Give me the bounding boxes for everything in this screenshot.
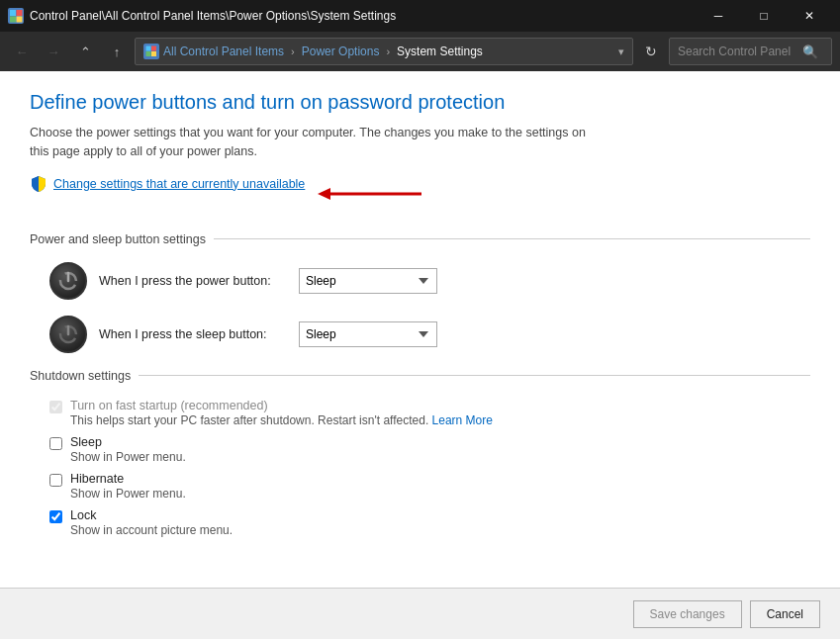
shutdown-section-header: Shutdown settings	[30, 369, 810, 383]
power-button-row: When I press the power button: Sleep Hib…	[30, 262, 810, 300]
cancel-button[interactable]: Cancel	[750, 600, 820, 628]
up-button[interactable]: ↑	[103, 38, 131, 65]
refresh-button[interactable]: ↻	[637, 38, 665, 65]
search-input[interactable]	[678, 45, 796, 58]
up-small-button[interactable]: ⌃	[71, 38, 99, 65]
titlebar-left: Control Panel\All Control Panel Items\Po…	[8, 8, 396, 24]
maximize-button[interactable]: □	[741, 0, 787, 32]
address-bar[interactable]: All Control Panel Items › Power Options …	[135, 38, 633, 65]
hibernate-checkbox-sublabel: Show in Power menu.	[70, 487, 186, 501]
sleep-checkbox-label: Sleep	[70, 435, 186, 449]
svg-rect-1	[17, 10, 23, 16]
fast-startup-sublabel: This helps start your PC faster after sh…	[70, 413, 493, 427]
hibernate-row: Hibernate Show in Power menu.	[30, 472, 810, 501]
red-arrow	[313, 180, 431, 208]
sleep-checkbox-sublabel: Show in Power menu.	[70, 450, 186, 464]
titlebar-controls: ─ □ ✕	[696, 0, 832, 32]
change-settings-link[interactable]: Change settings that are currently unava…	[30, 175, 305, 193]
svg-rect-7	[151, 51, 156, 56]
power-button-icon	[49, 262, 87, 300]
hibernate-checkbox-label: Hibernate	[70, 472, 186, 486]
forward-button[interactable]: →	[40, 38, 67, 65]
sleep-checkbox[interactable]	[49, 437, 62, 450]
sleep-button-dropdown[interactable]: Sleep Hibernate Shut down Turn off the d…	[299, 321, 437, 347]
shutdown-section: Shutdown settings Turn on fast startup (…	[30, 369, 810, 537]
lock-checkbox-sublabel: Show in account picture menu.	[70, 523, 233, 537]
breadcrumb-power-options[interactable]: Power Options	[302, 45, 380, 58]
lock-row: Lock Show in account picture menu.	[30, 508, 810, 537]
sleep-row: Sleep Show in Power menu.	[30, 435, 810, 464]
address-icon	[143, 44, 159, 59]
svg-rect-0	[10, 10, 16, 16]
svg-rect-3	[17, 17, 23, 23]
breadcrumb-all-items[interactable]: All Control Panel Items	[163, 45, 284, 58]
fast-startup-checkbox[interactable]	[49, 401, 62, 413]
address-dropdown[interactable]: ▾	[618, 46, 624, 58]
titlebar-title: Control Panel\All Control Panel Items\Po…	[30, 9, 396, 23]
hibernate-checkbox[interactable]	[49, 474, 62, 487]
save-changes-button[interactable]: Save changes	[633, 600, 742, 628]
back-button[interactable]: ←	[8, 38, 36, 65]
search-icon: 🔍	[802, 45, 818, 59]
sleep-button-row: When I press the sleep button: Sleep Hib…	[30, 316, 810, 353]
breadcrumb-current: System Settings	[397, 45, 483, 58]
fast-startup-label: Turn on fast startup (recommended)	[70, 399, 493, 412]
lock-checkbox[interactable]	[49, 510, 62, 523]
navbar: ← → ⌃ ↑ All Control Panel Items › Power …	[0, 32, 840, 71]
minimize-button[interactable]: ─	[696, 0, 741, 32]
svg-rect-5	[151, 46, 156, 51]
power-button-dropdown[interactable]: Sleep Hibernate Shut down Turn off the d…	[299, 268, 437, 294]
close-button[interactable]: ✕	[787, 0, 832, 32]
search-box[interactable]: 🔍	[669, 38, 832, 65]
main-content: Define power buttons and turn on passwor…	[0, 71, 840, 588]
shield-icon	[30, 175, 47, 193]
app-icon	[8, 8, 24, 24]
bottom-bar: Save changes Cancel	[0, 588, 840, 639]
svg-rect-2	[10, 17, 16, 23]
page-description: Choose the power settings that you want …	[30, 124, 604, 161]
change-settings-label: Change settings that are currently unava…	[53, 177, 305, 191]
sleep-button-icon	[49, 316, 87, 353]
sleep-button-label: When I press the sleep button:	[99, 327, 287, 341]
page-title: Define power buttons and turn on passwor…	[30, 91, 810, 114]
learn-more-link[interactable]: Learn More	[432, 413, 493, 427]
fast-startup-row: Turn on fast startup (recommended) This …	[30, 399, 810, 427]
svg-rect-6	[146, 51, 151, 56]
power-sleep-section-header: Power and sleep button settings	[30, 232, 810, 246]
svg-marker-9	[318, 188, 330, 200]
power-button-label: When I press the power button:	[99, 274, 287, 288]
titlebar: Control Panel\All Control Panel Items\Po…	[0, 0, 840, 32]
svg-rect-4	[146, 46, 151, 51]
lock-checkbox-label: Lock	[70, 508, 233, 522]
